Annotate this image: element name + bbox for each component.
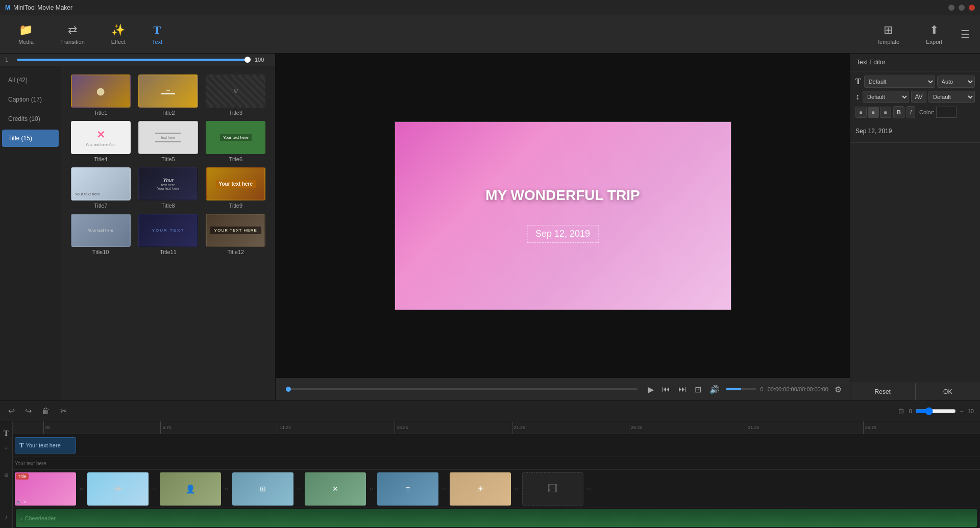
settings-button[interactable]: ⚙	[832, 384, 844, 395]
transition-icon-7[interactable]: ↔	[511, 472, 522, 506]
play-button[interactable]: ▶	[646, 384, 656, 395]
preview-sub-title[interactable]: Sep 12, 2019	[527, 225, 599, 243]
timeline-track-icons: T + ⊞ ♪	[0, 421, 13, 528]
video-track-content: Title 🔊 ✕ ↔ ✈ ↔ 👤 ↔	[13, 470, 980, 508]
transition-icon-1[interactable]: ↔	[77, 472, 87, 506]
title11-label: Title11	[160, 249, 177, 255]
text-editor-controls: T Default Auto ↕ Default AV Default	[850, 71, 980, 122]
zoom-slider[interactable]	[915, 407, 956, 415]
sidebar-item-title[interactable]: Title (15)	[2, 130, 59, 147]
font-size-select[interactable]: Auto	[937, 76, 975, 88]
title-thumbnail-11[interactable]: YOUR TEXT Title11	[137, 214, 199, 255]
size-row: ↕ Default AV Default	[855, 91, 975, 103]
title-thumbnail-10[interactable]: Your text here Title10	[69, 214, 132, 255]
minimize-button[interactable]	[948, 5, 954, 11]
add-text-icon[interactable]: +	[0, 443, 12, 453]
title-thumbnail-1[interactable]: ⬤ Title1	[69, 74, 132, 116]
title-thumbnail-12[interactable]: YOUR TEXT HERE Title12	[205, 214, 267, 255]
toolbar-effect[interactable]: ✨ Effect	[103, 19, 134, 49]
close-button[interactable]	[969, 5, 975, 11]
text-appearance-button[interactable]: AV	[911, 91, 926, 103]
delete-button[interactable]: 🗑	[40, 405, 52, 418]
redo-button[interactable]: ↪	[23, 404, 34, 418]
title9-label: Title9	[229, 203, 243, 209]
menu-button[interactable]: ☰	[961, 28, 970, 40]
toolbar-export[interactable]: ⬆ Export	[918, 19, 950, 49]
video-clip-4[interactable]: ⊞	[232, 472, 293, 506]
video-clip-6[interactable]: ≡	[377, 472, 438, 506]
zoom-out-button[interactable]: ⊡	[896, 405, 906, 417]
volume-button[interactable]: 🔊	[707, 384, 722, 395]
toolbar-template-label: Template	[877, 39, 900, 45]
transition-icon-8[interactable]: ↔	[584, 472, 594, 506]
title-thumbnail-5[interactable]: text here Title5	[137, 121, 199, 162]
toolbar-media[interactable]: 📁 Media	[10, 19, 42, 49]
title-thumbnail-8[interactable]: Your text here Your text here Title8	[137, 167, 199, 209]
title-thumbnail-9[interactable]: Your text here Title9	[205, 167, 267, 209]
transition-icon-2[interactable]: ↔	[149, 472, 159, 506]
ruler-mark-5: 26.2s	[629, 421, 746, 434]
title1-preview: ⬤	[71, 74, 131, 108]
video-clip-1[interactable]: Title 🔊 ✕	[15, 472, 76, 506]
ok-button[interactable]: OK	[916, 383, 981, 400]
undo-button[interactable]: ↩	[6, 404, 17, 418]
title4-preview: ✕ Your text here Your	[71, 121, 131, 154]
title2-label: Title2	[161, 110, 175, 116]
video-clip-7[interactable]: ☀	[450, 472, 511, 506]
video-clip-3[interactable]: 👤	[160, 472, 221, 506]
italic-button[interactable]: I	[906, 106, 915, 118]
text-track-clip[interactable]: T Your text here	[15, 437, 76, 454]
cut-button[interactable]: ✂	[58, 404, 69, 418]
fullscreen-button[interactable]: ⊡	[693, 384, 703, 395]
text-editor-content: Sep 12, 2019	[850, 122, 980, 143]
title8-label: Title8	[161, 203, 175, 209]
bold-button[interactable]: B	[893, 106, 904, 118]
text-editor-header: Text Editor	[850, 54, 980, 71]
size-slider[interactable]	[17, 59, 251, 61]
text-content-display[interactable]: Sep 12, 2019	[855, 128, 892, 135]
text-size-icon: ↕	[855, 92, 860, 102]
toolbar-text[interactable]: T Text	[144, 19, 170, 49]
title-thumbnail-6[interactable]: Your text here Title6	[205, 121, 267, 162]
title6-label: Title6	[229, 156, 243, 162]
title-thumbnail-3[interactable]: /// Title3	[205, 74, 267, 116]
video-clip-2[interactable]: ✈	[87, 472, 149, 506]
slider-min-label: 1	[5, 57, 13, 63]
text-track-row: T Your text here	[13, 434, 980, 457]
color-picker[interactable]	[936, 107, 957, 118]
audio-clip[interactable]: ♪ Cheerleader	[16, 509, 977, 527]
reset-button[interactable]: Reset	[850, 383, 916, 400]
transition-icon-3[interactable]: ↔	[222, 472, 232, 506]
progress-bar[interactable]	[286, 388, 638, 390]
maximize-button[interactable]	[959, 5, 965, 11]
sidebar-item-all[interactable]: All (42)	[2, 71, 59, 89]
transition-icon-4[interactable]: ↔	[294, 472, 304, 506]
title-thumbnail-2[interactable]: ─ Title2	[137, 74, 199, 116]
toolbar-transition[interactable]: ⇄ Transition	[52, 19, 93, 49]
forward-button[interactable]: ⏭	[676, 384, 689, 395]
title3-preview: ///	[206, 74, 265, 108]
align-center-button[interactable]: ≡	[868, 107, 879, 118]
align-left-button[interactable]: ≡	[855, 107, 867, 118]
align-right-button[interactable]: ≡	[880, 107, 891, 118]
sidebar-item-caption[interactable]: Caption (17)	[2, 91, 59, 108]
title-thumbnail-4[interactable]: ✕ Your text here Your Title4	[69, 121, 132, 162]
toolbar-media-label: Media	[18, 39, 34, 45]
app-logo-icon: M	[5, 4, 10, 11]
sidebar-item-credits[interactable]: Credits (10)	[2, 110, 59, 128]
line-spacing-select[interactable]: Default	[863, 91, 909, 103]
title-badge: Title	[16, 473, 29, 480]
font-family-select[interactable]: Default	[864, 76, 935, 88]
transition-icon-6[interactable]: ↔	[439, 472, 449, 506]
title-thumbnail-7[interactable]: Your text here Title7	[69, 167, 132, 209]
rewind-button[interactable]: ⏮	[660, 384, 672, 395]
zoom-controls: ⊡ 0 → 10	[896, 405, 974, 417]
text-align-group: ≡ ≡ ≡	[855, 107, 891, 118]
slider-max-label: 100	[255, 57, 270, 63]
transition-icon-5[interactable]: ↔	[366, 472, 377, 506]
letter-spacing-select[interactable]: Default	[928, 91, 975, 103]
video-clip-5[interactable]: ✕	[305, 472, 366, 506]
timeline-ruler: 0s 5.7s 11.2s 16.2s 21.2s 26.2s 31.2s 35…	[13, 421, 980, 434]
toolbar-template[interactable]: ⊞ Template	[869, 19, 908, 49]
volume-slider[interactable]	[726, 388, 756, 390]
